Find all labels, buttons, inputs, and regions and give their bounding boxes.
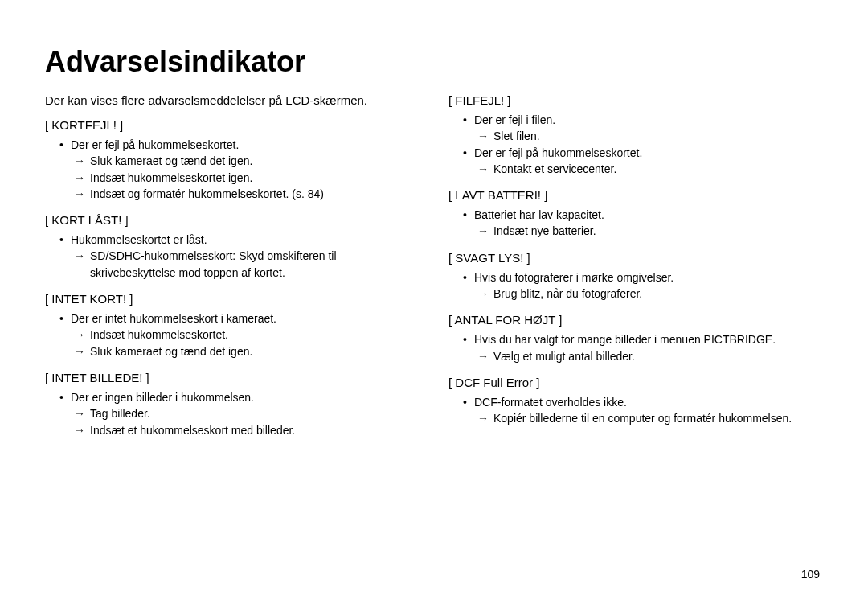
sub-item: →SD/SDHC-hukommelseskort: Skyd omskifter… [74,248,416,281]
bullet-text: Hvis du har valgt for mange billeder i m… [474,331,820,347]
warning-heading: [ INTET KORT! ] [45,292,416,306]
sub-item: →Sluk kameraet og tænd det igen. [74,343,416,360]
bullet-text: DCF-formatet overholdes ikke. [474,394,820,410]
warning-heading: [ ANTAL FOR HØJT ] [448,313,820,327]
sub-item: →Slet filen. [477,128,820,144]
page-number: 109 [801,568,820,581]
warning-heading: [ DCF Full Error ] [448,376,820,389]
warning-section: [ ANTAL FOR HØJT ]•Hvis du har valgt for… [448,313,820,364]
bullet-icon: • [59,232,71,248]
sub-text: Brug blitz, når du fotograferer. [493,286,820,302]
warning-heading: [ KORTFEJL! ] [45,118,416,132]
bullet-item: •Der er fejl på hukommelseskortet. [463,145,820,161]
warning-section: [ SVAGT LYS! ]•Hvis du fotograferer i mø… [448,251,820,302]
bullet-item: •Der er fejl på hukommelseskortet. [59,137,416,153]
intro-text: Der kan vises flere advarselsmeddelelser… [45,93,416,107]
arrow-icon: → [477,161,493,177]
bullet-item: •Der er intet hukommelseskort i kameraet… [59,310,416,327]
bullet-item: •DCF-formatet overholdes ikke. [463,394,820,410]
sub-text: Kopiér billederne til en computer og for… [493,410,820,426]
arrow-icon: → [477,348,493,364]
sub-text: Kontakt et servicecenter. [493,161,820,177]
sub-text: Indsæt nye batterier. [493,223,820,239]
sub-text: Indsæt hukommelseskortet igen. [90,170,416,186]
warning-heading: [ KORT LÅST! ] [45,213,416,227]
warning-section: [ LAVT BATTERI! ]•Batteriet har lav kapa… [448,188,820,240]
warning-section: [ DCF Full Error ]•DCF-formatet overhold… [448,376,820,427]
bullet-item: •Der er ingen billeder i hukommelsen. [59,389,416,405]
bullet-icon: • [463,394,474,410]
sub-item: →Tag billeder. [74,405,416,421]
sub-text: SD/SDHC-hukommelseskort: Skyd omskiftere… [90,248,416,281]
warning-heading: [ SVAGT LYS! ] [448,251,820,265]
bullet-text: Hvis du fotograferer i mørke omgivelser. [474,269,820,286]
sub-item: →Vælg et muligt antal billeder. [477,348,820,364]
bullet-icon: • [59,137,71,153]
bullet-icon: • [463,112,474,128]
sub-text: Slet filen. [493,128,820,144]
warning-section: [ KORT LÅST! ]•Hukommelseskortet er låst… [45,213,416,281]
sub-item: →Indsæt hukommelseskortet igen. [74,170,416,186]
bullet-text: Der er fejl i filen. [474,112,820,128]
sub-text: Tag billeder. [90,405,416,421]
bullet-item: •Batteriet har lav kapacitet. [463,207,820,223]
bullet-icon: • [59,389,71,405]
arrow-icon: → [74,248,90,264]
arrow-icon: → [477,286,493,302]
arrow-icon: → [74,343,90,360]
bullet-item: •Der er fejl i filen. [463,112,820,128]
bullet-text: Der er fejl på hukommelseskortet. [71,137,416,153]
sub-item: →Brug blitz, når du fotograferer. [477,286,820,302]
sub-item: →Kontakt et servicecenter. [477,161,820,177]
bullet-text: Der er ingen billeder i hukommelsen. [71,389,416,405]
document-page: Advarselsindikator Der kan vises flere a… [0,0,868,600]
arrow-icon: → [74,170,90,186]
content-columns: Der kan vises flere advarselsmeddelelser… [45,93,820,450]
sub-item: →Indsæt og formatér hukommelseskortet. (… [74,186,416,202]
sub-text: Indsæt hukommelseskortet. [90,327,416,343]
sub-item: →Sluk kameraet og tænd det igen. [74,153,416,169]
bullet-icon: • [59,310,71,327]
sub-text: Vælg et muligt antal billeder. [493,348,820,364]
sub-item: →Indsæt hukommelseskortet. [74,327,416,343]
warning-section: [ KORTFEJL! ]•Der er fejl på hukommelses… [45,118,416,202]
bullet-text: Batteriet har lav kapacitet. [474,207,820,223]
left-sections: [ KORTFEJL! ]•Der er fejl på hukommelses… [45,118,416,438]
bullet-item: •Hukommelseskortet er låst. [59,232,416,248]
sub-item: →Indsæt nye batterier. [477,223,820,239]
bullet-text: Der er fejl på hukommelseskortet. [474,145,820,161]
warning-section: [ INTET BILLEDE! ]•Der er ingen billeder… [45,371,416,438]
arrow-icon: → [477,223,493,239]
sub-item: →Indsæt et hukommelseskort med billeder. [74,422,416,438]
arrow-icon: → [477,128,493,144]
sub-text: Sluk kameraet og tænd det igen. [90,153,416,169]
bullet-icon: • [463,331,474,347]
left-column: Der kan vises flere advarselsmeddelelser… [45,93,416,450]
warning-section: [ INTET KORT! ]•Der er intet hukommelses… [45,292,416,360]
bullet-icon: • [463,145,474,161]
warning-section: [ FILFEJL! ]•Der er fejl i filen.→Slet f… [448,93,820,177]
arrow-icon: → [74,422,90,438]
warning-heading: [ INTET BILLEDE! ] [45,371,416,384]
warning-heading: [ LAVT BATTERI! ] [448,188,820,202]
bullet-text: Der er intet hukommelseskort i kameraet. [71,310,416,327]
arrow-icon: → [74,153,90,169]
sub-text: Indsæt og formatér hukommelseskortet. (s… [90,186,416,202]
arrow-icon: → [74,327,90,343]
warning-heading: [ FILFEJL! ] [448,93,820,107]
right-column: [ FILFEJL! ]•Der er fejl i filen.→Slet f… [448,93,820,450]
sub-text: Indsæt et hukommelseskort med billeder. [90,422,416,438]
bullet-item: •Hvis du har valgt for mange billeder i … [463,331,820,347]
bullet-icon: • [463,207,474,223]
arrow-icon: → [74,186,90,202]
right-sections: [ FILFEJL! ]•Der er fejl i filen.→Slet f… [448,93,820,427]
sub-item: →Kopiér billederne til en computer og fo… [477,410,820,426]
bullet-text: Hukommelseskortet er låst. [71,232,416,248]
arrow-icon: → [74,405,90,421]
arrow-icon: → [477,410,493,426]
page-title: Advarselsindikator [45,45,820,79]
bullet-item: •Hvis du fotograferer i mørke omgivelser… [463,269,820,286]
bullet-icon: • [463,269,474,286]
sub-text: Sluk kameraet og tænd det igen. [90,343,416,360]
